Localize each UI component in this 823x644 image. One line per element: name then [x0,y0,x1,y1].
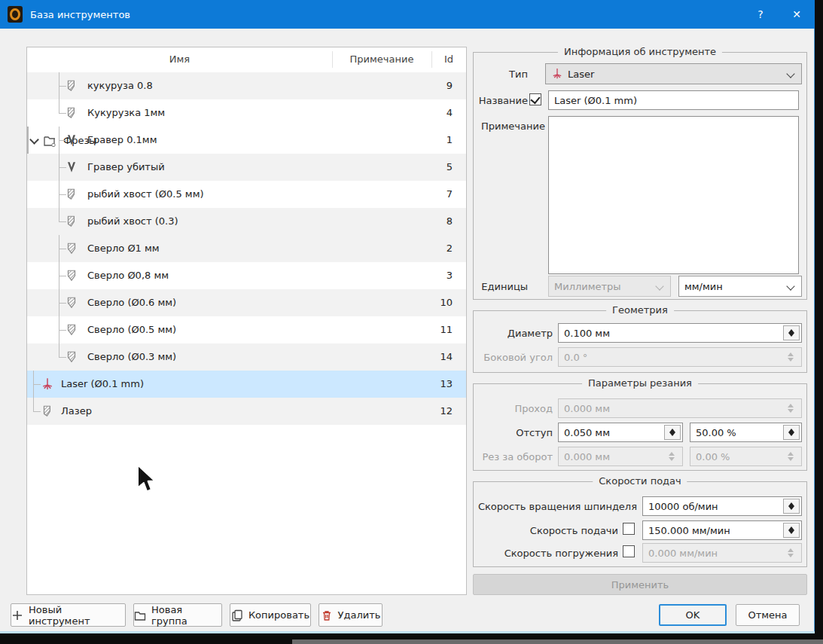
name-input[interactable]: Laser (Ø0.1 mm) [548,90,799,110]
type-select[interactable]: Laser [545,63,802,84]
feed-units-value: мм/мин [684,281,723,292]
tree-guide [59,208,59,221]
spindle-speed-input[interactable]: 10000 об/мин [642,496,802,516]
geometry-group: Геометрия Диаметр 0.100 мм Боковой угол … [473,310,807,373]
spinner-arrows-icon[interactable] [783,523,800,538]
chevron-down-icon [655,282,663,290]
spinner-arrows-icon[interactable] [783,425,800,440]
close-button[interactable]: ✕ [779,0,815,29]
group-title: Параметры резания [582,377,698,389]
tree-tool-row[interactable]: рыбий хвост (Ø0.5 мм)7 [27,181,466,208]
tree-item-label: Лазер [61,405,92,417]
tree-item-id: 11 [440,324,453,335]
copy-button[interactable]: Копировать [230,603,311,627]
tree-tool-row[interactable]: Сверло Ø1 мм2 [27,235,466,262]
tree-tool-row[interactable]: Сверло (Ø0.5 мм)11 [27,316,466,343]
tree-guide [33,411,41,412]
tree-guide [59,99,59,113]
engraver-icon [65,133,78,147]
spindle-speed-value: 10000 об/мин [648,501,718,512]
tree-item-id: 9 [447,80,453,91]
tree-item-label: Кукурузка 1мм [87,107,165,118]
cancel-label: Отмена [748,609,787,621]
diameter-input[interactable]: 0.100 мм [558,323,802,343]
tree-tool-row[interactable]: Гравер убитый5 [27,154,466,181]
feeds-group: Скорости подач Скорость вращения шпиндел… [473,481,807,567]
ok-label: OK [686,609,700,621]
pass-input: 0.000 мм [558,398,802,418]
titlebar[interactable]: База инструментов ? ✕ [0,0,815,29]
type-value: Laser [568,69,594,80]
name-label: Название [474,95,528,106]
copy-icon [231,609,243,621]
side-angle-input: 0.0 ° [558,347,802,367]
help-button[interactable]: ? [742,0,779,29]
tree-tool-row[interactable]: Кукурузка 1мм4 [27,99,466,127]
copy-label: Копировать [248,609,309,621]
laser-tool-icon [551,68,563,80]
delete-label: Удалить [338,609,381,621]
type-label: Тип [474,69,528,80]
tree-tool-row[interactable]: Сверло Ø0,8 мм3 [27,262,466,289]
stepover-value: 0.050 мм [564,427,610,438]
new-group-button[interactable]: Новая группа [133,603,222,627]
new-tool-label: Новый инструмент [29,604,125,627]
feed-rate-checkbox[interactable] [623,523,635,535]
spinner-arrows-icon [783,449,800,464]
cancel-button[interactable]: Отмена [736,604,800,626]
plunge-rate-input: 0.000 мм/мин [642,543,802,563]
tool-info-group: Информация об инструменте Тип Laser Назв… [473,52,807,300]
tree-tool-row[interactable]: рыбий хвост (0.3)8 [27,208,466,235]
cut-per-rev-percent-value: 0.00 % [696,451,730,462]
ok-button[interactable]: OK [659,604,727,626]
note-label: Примечание [481,121,545,132]
column-header-note[interactable]: Примечание [332,53,431,65]
tree-guide [33,384,41,385]
tree-tool-row[interactable]: Сверло (Ø0.6 мм)10 [27,289,466,316]
mill-icon [65,106,78,120]
tree-tool-row[interactable]: Laser (Ø0.1 mm)13 [27,371,466,398]
spinner-arrows-icon[interactable] [783,325,800,340]
cutting-group: Параметры резания Проход 0.000 мм Отступ… [473,383,807,471]
side-angle-label: Боковой угол [474,352,553,363]
tree-tool-row[interactable]: кукуруза 0.89 [27,72,466,99]
pass-label: Проход [474,403,553,414]
drill-icon [65,350,78,364]
mill-icon [65,215,78,228]
cut-per-rev-input: 0.000 мм [558,447,683,466]
column-header-name[interactable]: Имя [27,53,332,65]
window-title: База инструментов [30,9,742,20]
name-checkbox[interactable] [529,93,541,105]
spinner-arrows-icon [664,449,681,464]
spinner-arrows-icon [783,545,800,560]
stepover-input[interactable]: 0.050 мм [558,423,683,442]
plunge-rate-checkbox[interactable] [623,545,635,557]
feed-units-select[interactable]: мм/мин [678,276,802,297]
tree-item-id: 8 [447,215,453,227]
feed-rate-input[interactable]: 150.000 мм/мин [642,520,802,540]
cut-per-rev-label: Рез за оборот [474,451,553,462]
background-window-edge [292,639,823,644]
cut-per-rev-percent-input: 0.00 % [690,447,802,466]
tree-tool-row[interactable]: Лазер12 [27,398,466,425]
column-header-id[interactable]: Id [431,53,466,65]
delete-button[interactable]: Удалить [319,603,383,627]
new-tool-button[interactable]: Новый инструмент [11,603,126,627]
tree-item-id: 13 [440,378,453,389]
stepover-percent-input[interactable]: 50.00 % [690,423,802,442]
drill-icon [65,296,78,310]
tree-tool-row[interactable]: Сверло (Ø0.3 мм)14 [27,343,466,371]
drill-icon [65,323,78,337]
note-textarea[interactable] [548,116,799,274]
plunge-rate-label: Скорость погружения [474,548,618,559]
tree-item-label: Сверло (Ø0.6 мм) [87,297,176,308]
engraver-icon [65,160,78,174]
tree-tool-row[interactable]: Гравер 0.1мм1 [27,127,466,154]
spinner-arrows-icon[interactable] [664,425,681,440]
side-angle-value: 0.0 ° [564,352,587,363]
diameter-label: Диаметр [474,328,553,339]
tree-item-label: Сверло Ø1 мм [87,243,160,254]
stepover-percent-value: 50.00 % [696,427,736,438]
spinner-arrows-icon[interactable] [783,499,800,514]
mill-icon [65,188,78,201]
